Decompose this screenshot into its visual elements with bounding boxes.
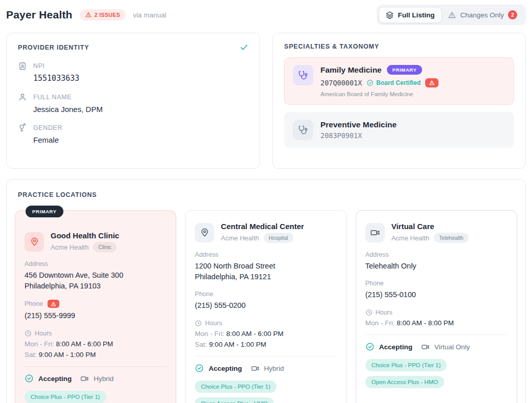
visit-mode: Virtual Only [434, 343, 470, 351]
gender-value: Female [33, 136, 248, 144]
video-camera-icon [365, 223, 385, 242]
stethoscope-icon [293, 120, 313, 140]
plan-badge: Open Access Plus - HMO [365, 376, 444, 388]
divider [25, 366, 167, 367]
plan-badge: Choice Plus - PPO (Tier 1) [195, 380, 276, 393]
visit-mode: Hybrid [264, 365, 284, 372]
provider-identity-title: PROVIDER IDENTITY [18, 44, 89, 51]
primary-location-badge: PRIMARY [26, 206, 63, 217]
hours-label: Hours [205, 320, 222, 327]
hours-line: Sat: 9:00 AM - 1:00 PM [195, 341, 337, 348]
address-value: 1200 North Broad Street Philadelphia, PA… [195, 261, 337, 282]
check-seal-icon [366, 79, 374, 86]
person-icon [18, 93, 27, 102]
accepting-check-icon [25, 374, 34, 383]
listing-toggle: Full Listing Changes Only 2 [377, 5, 526, 25]
specialty-issue-badge [425, 78, 438, 87]
gender-label: GENDER [33, 124, 62, 131]
divider [365, 334, 507, 335]
location-org: Acme Health [51, 243, 88, 251]
phone-value: (215) 555-0100 [365, 289, 507, 300]
board-name: American Board of Family Medicine [320, 91, 438, 97]
page-title: Payer Health [6, 9, 73, 21]
accepting-check-icon [195, 364, 204, 373]
npi-label: NPI [33, 62, 45, 70]
map-pin-icon [195, 223, 214, 242]
location-type-badge: Hospital [264, 233, 293, 243]
header-bar: Payer Health 2 ISSUES via manual Full Li… [6, 5, 526, 25]
issues-badge: 2 ISSUES [80, 9, 126, 20]
clock-icon [25, 330, 32, 337]
location-type-badge: Clinic [93, 242, 117, 252]
address-label: Address [365, 251, 507, 258]
provider-identity-card: PROVIDER IDENTITY NPI 1551033633 [6, 33, 260, 169]
specialties-card: SPECIALTIES & TAXONOMY Family Medicine P… [272, 33, 526, 169]
specialties-title: SPECIALTIES & TAXONOMY [284, 43, 379, 50]
plan-badge: Choice Plus - PPO (Tier 1) [25, 391, 106, 403]
accepting-label: Accepting [379, 343, 412, 351]
phone-label: Phone [195, 290, 337, 298]
hours-label: Hours [35, 330, 52, 337]
specialty-name: Preventive Medicine [320, 120, 397, 129]
npi-value: 1551033633 [33, 74, 248, 83]
location-name: Central Medical Center [221, 222, 304, 231]
specialty-name: Family Medicine [320, 65, 382, 75]
full-listing-button[interactable]: Full Listing [379, 7, 442, 23]
hours-line: Mon - Fri: 8:00 AM - 8:00 PM [365, 319, 507, 327]
board-certified-badge: Board Certified [366, 79, 421, 86]
location-card-good-health-clinic[interactable]: PRIMARY Good Health Clinic Acme Health C… [15, 210, 176, 403]
primary-specialty-badge: PRIMARY [387, 65, 423, 75]
phone-label: Phone [25, 300, 43, 307]
phone-value: (215) 555-9999 [25, 310, 167, 321]
accepting-label: Accepting [209, 365, 242, 372]
phone-value: (215) 555-0200 [195, 300, 337, 311]
taxonomy-code: 207Q00001X [320, 79, 362, 87]
location-name: Virtual Care [391, 222, 469, 231]
phone-issue-badge [48, 300, 59, 308]
hours-line: Sat: 9:00 AM - 1:00 PM [25, 351, 167, 359]
layers-icon [386, 11, 394, 19]
location-org: Acme Health [221, 234, 259, 242]
changes-only-button[interactable]: Changes Only 2 [442, 7, 524, 23]
practice-locations-title: PRACTICE LOCATIONS [18, 191, 97, 198]
stethoscope-icon [293, 65, 313, 85]
full-name-value: Jessica Jones, DPM [33, 105, 248, 114]
video-camera-icon [80, 374, 89, 383]
hours-line: Mon - Fri: 8:00 AM - 6:00 PM [25, 340, 167, 348]
full-name-field: FULL NAME Jessica Jones, DPM [18, 93, 248, 114]
location-card-virtual-care[interactable]: Virtual Care Acme Health Telehealth Addr… [356, 210, 517, 403]
video-camera-icon [251, 364, 260, 373]
visit-mode: Hybrid [94, 375, 113, 383]
location-type-badge: Telehealth [434, 233, 469, 243]
hours-label: Hours [376, 309, 392, 316]
location-org: Acme Health [391, 234, 429, 242]
verified-check-icon [240, 43, 248, 52]
location-card-central-medical-center[interactable]: Central Medical Center Acme Health Hospi… [185, 210, 346, 403]
taxonomy-code: 2083P0901X [320, 131, 362, 140]
changes-count-badge: 2 [508, 10, 517, 19]
video-camera-icon [421, 343, 430, 351]
clock-icon [195, 320, 202, 327]
payer-health-page: Payer Health 2 ISSUES via manual Full Li… [0, 0, 532, 403]
id-badge-icon [18, 61, 27, 71]
address-value: 456 Downtown Ave, Suite 300 Philadelphia… [25, 270, 167, 292]
plan-badge: Open Access Plus - HMO [195, 397, 273, 403]
hours-line: Mon - Fri: 8:00 AM - 6:00 PM [195, 330, 337, 338]
full-name-label: FULL NAME [33, 94, 72, 101]
npi-field: NPI 1551033633 [18, 61, 248, 83]
accepting-label: Accepting [38, 375, 72, 383]
warning-triangle-icon [448, 11, 456, 19]
address-label: Address [25, 260, 167, 267]
gender-field: GENDER Female [18, 123, 248, 144]
source-label: via manual [133, 11, 166, 19]
specialty-item-family-medicine[interactable]: Family Medicine PRIMARY 207Q00001X Board… [284, 57, 514, 105]
location-name: Good Health Clinic [51, 231, 119, 240]
gender-icon [18, 123, 27, 132]
address-label: Address [195, 251, 337, 258]
divider [195, 356, 337, 356]
address-value: Telehealth Only [365, 261, 507, 272]
phone-label: Phone [365, 280, 507, 287]
accepting-check-icon [365, 342, 375, 351]
specialty-item-preventive-medicine[interactable]: Preventive Medicine 2083P0901X [284, 112, 514, 148]
map-pin-icon [25, 232, 44, 252]
